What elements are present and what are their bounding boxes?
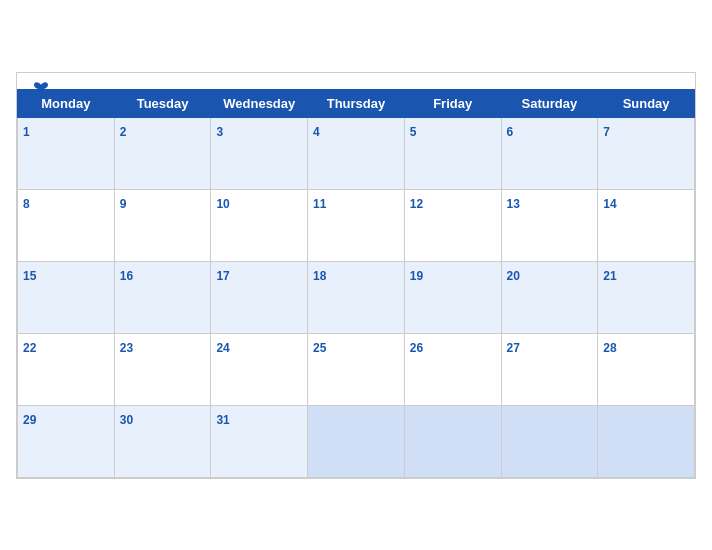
day-number: 20	[507, 269, 520, 283]
calendar-cell: 2	[114, 117, 211, 189]
day-number: 21	[603, 269, 616, 283]
day-number: 2	[120, 125, 127, 139]
calendar-cell	[404, 405, 501, 477]
calendar-cell: 22	[18, 333, 115, 405]
day-number: 18	[313, 269, 326, 283]
day-number: 6	[507, 125, 514, 139]
weekday-wednesday: Wednesday	[211, 89, 308, 117]
day-number: 23	[120, 341, 133, 355]
day-number: 9	[120, 197, 127, 211]
logo-area	[33, 81, 51, 95]
calendar-cell	[598, 405, 695, 477]
day-number: 31	[216, 413, 229, 427]
day-number: 24	[216, 341, 229, 355]
calendar-cell: 14	[598, 189, 695, 261]
calendar-cell: 11	[308, 189, 405, 261]
weekday-header-row: MondayTuesdayWednesdayThursdayFridaySatu…	[18, 89, 695, 117]
logo-blue	[33, 81, 51, 95]
day-number: 3	[216, 125, 223, 139]
calendar-week-row: 22232425262728	[18, 333, 695, 405]
day-number: 22	[23, 341, 36, 355]
calendar-cell: 1	[18, 117, 115, 189]
weekday-thursday: Thursday	[308, 89, 405, 117]
calendar-cell: 5	[404, 117, 501, 189]
day-number: 15	[23, 269, 36, 283]
weekday-monday: Monday	[18, 89, 115, 117]
day-number: 30	[120, 413, 133, 427]
calendar-cell: 28	[598, 333, 695, 405]
calendar-cell: 23	[114, 333, 211, 405]
calendar-header	[17, 73, 695, 89]
day-number: 27	[507, 341, 520, 355]
calendar-cell: 19	[404, 261, 501, 333]
calendar-week-row: 293031	[18, 405, 695, 477]
calendar-week-row: 1234567	[18, 117, 695, 189]
day-number: 8	[23, 197, 30, 211]
calendar-cell	[308, 405, 405, 477]
day-number: 25	[313, 341, 326, 355]
calendar-table: MondayTuesdayWednesdayThursdayFridaySatu…	[17, 89, 695, 478]
day-number: 13	[507, 197, 520, 211]
calendar-cell: 10	[211, 189, 308, 261]
calendar-cell: 16	[114, 261, 211, 333]
calendar-cell: 27	[501, 333, 598, 405]
weekday-saturday: Saturday	[501, 89, 598, 117]
calendar-week-row: 15161718192021	[18, 261, 695, 333]
calendar-cell: 17	[211, 261, 308, 333]
calendar-cell: 12	[404, 189, 501, 261]
day-number: 19	[410, 269, 423, 283]
calendar-cell: 4	[308, 117, 405, 189]
calendar-week-row: 891011121314	[18, 189, 695, 261]
day-number: 11	[313, 197, 326, 211]
calendar-cell	[501, 405, 598, 477]
calendar-cell: 26	[404, 333, 501, 405]
calendar-cell: 31	[211, 405, 308, 477]
day-number: 12	[410, 197, 423, 211]
calendar-cell: 24	[211, 333, 308, 405]
calendar-cell: 21	[598, 261, 695, 333]
calendar-cell: 8	[18, 189, 115, 261]
day-number: 26	[410, 341, 423, 355]
day-number: 10	[216, 197, 229, 211]
calendar-cell: 29	[18, 405, 115, 477]
calendar-cell: 25	[308, 333, 405, 405]
calendar-cell: 13	[501, 189, 598, 261]
day-number: 7	[603, 125, 610, 139]
calendar-cell: 18	[308, 261, 405, 333]
day-number: 16	[120, 269, 133, 283]
weekday-tuesday: Tuesday	[114, 89, 211, 117]
bird-icon	[33, 81, 49, 95]
calendar-cell: 30	[114, 405, 211, 477]
calendar-cell: 6	[501, 117, 598, 189]
day-number: 28	[603, 341, 616, 355]
calendar-container: MondayTuesdayWednesdayThursdayFridaySatu…	[16, 72, 696, 479]
day-number: 5	[410, 125, 417, 139]
calendar-cell: 3	[211, 117, 308, 189]
calendar-cell: 15	[18, 261, 115, 333]
day-number: 29	[23, 413, 36, 427]
calendar-cell: 20	[501, 261, 598, 333]
weekday-friday: Friday	[404, 89, 501, 117]
day-number: 17	[216, 269, 229, 283]
weekday-sunday: Sunday	[598, 89, 695, 117]
calendar-cell: 9	[114, 189, 211, 261]
day-number: 4	[313, 125, 320, 139]
day-number: 1	[23, 125, 30, 139]
calendar-cell: 7	[598, 117, 695, 189]
day-number: 14	[603, 197, 616, 211]
